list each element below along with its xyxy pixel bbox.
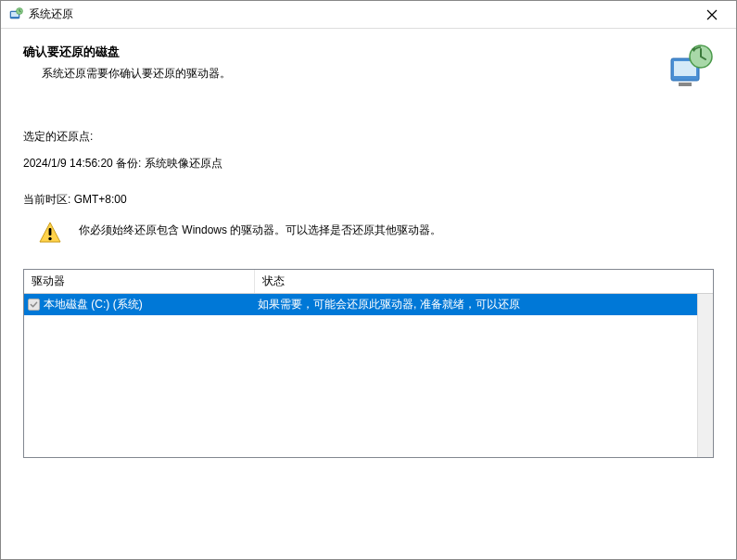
drives-table: 驱动器 状态 本地磁盘 xyxy=(23,269,714,458)
drive-name: 本地磁盘 (C:) (系统) xyxy=(44,297,143,312)
page-subtitle: 系统还原需要你确认要还原的驱动器。 xyxy=(23,66,666,82)
svg-point-9 xyxy=(48,237,51,240)
page-title: 确认要还原的磁盘 xyxy=(23,44,666,60)
warning-row: 你必须始终还原包含 Windows 的驱动器。可以选择是否还原其他驱动器。 xyxy=(23,221,714,245)
table-row[interactable]: 本地磁盘 (C:) (系统) 如果需要，可能会还原此驱动器, 准备就绪，可以还原 xyxy=(24,294,713,316)
drive-checkbox[interactable] xyxy=(28,299,40,311)
column-header-drive[interactable]: 驱动器 xyxy=(24,270,254,294)
close-button[interactable] xyxy=(693,2,731,28)
drive-status: 如果需要，可能会还原此驱动器, 准备就绪，可以还原 xyxy=(254,294,713,316)
header-panel: 确认要还原的磁盘 系统还原需要你确认要还原的驱动器。 xyxy=(1,29,736,118)
timezone-label: 当前时区: GMT+8:00 xyxy=(23,192,714,208)
system-restore-icon xyxy=(8,7,23,22)
svg-rect-8 xyxy=(49,228,52,235)
svg-rect-5 xyxy=(679,83,692,86)
content-panel: 选定的还原点: 2024/1/9 14:56:20 备份: 系统映像还原点 当前… xyxy=(1,118,736,559)
titlebar-title: 系统还原 xyxy=(29,6,693,22)
vertical-scrollbar[interactable] xyxy=(697,294,713,457)
column-header-status[interactable]: 状态 xyxy=(254,270,713,294)
selected-restore-point-label: 选定的还原点: xyxy=(23,129,714,145)
titlebar: 系统还原 xyxy=(1,1,736,29)
restore-point-value: 2024/1/9 14:56:20 备份: 系统映像还原点 xyxy=(23,156,714,172)
restore-large-icon xyxy=(666,44,714,92)
system-restore-window: 系统还原 确认要还原的磁盘 系统还原需要你确认要还原的驱动器。 选定的还原点: xyxy=(0,0,737,560)
warning-text: 你必须始终还原包含 Windows 的驱动器。可以选择是否还原其他驱动器。 xyxy=(79,221,441,238)
warning-icon xyxy=(38,221,62,245)
